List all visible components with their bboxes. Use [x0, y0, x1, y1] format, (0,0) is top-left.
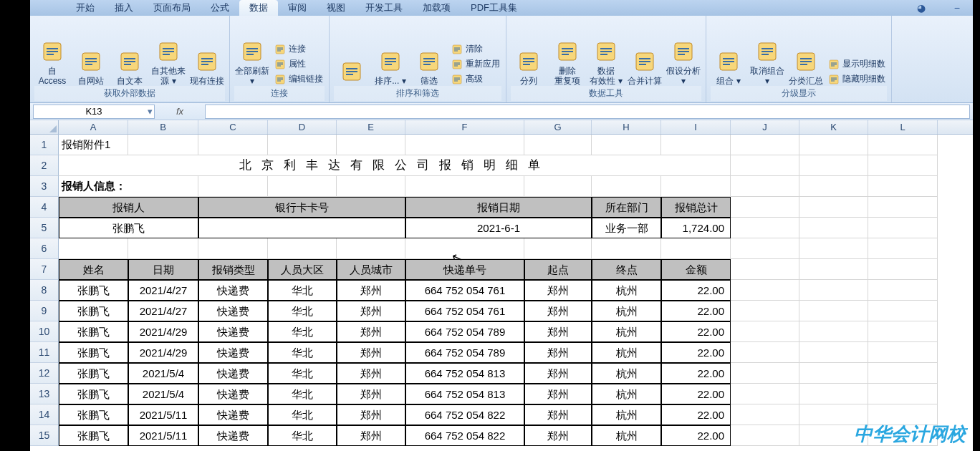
cell-L1[interactable] [868, 135, 938, 155]
row-header-1[interactable]: 1 [30, 135, 59, 155]
cell-E11[interactable]: 郑州 [337, 342, 405, 363]
cell-H15[interactable]: 杭州 [592, 425, 661, 446]
header-银行卡卡号[interactable]: 银行卡卡号 [198, 197, 405, 218]
cell-I13[interactable]: 22.00 [661, 384, 731, 404]
cell-F6[interactable] [405, 238, 524, 259]
cell-F10[interactable]: 664 752 054 789 [405, 321, 524, 342]
cell-E14[interactable]: 郑州 [337, 404, 405, 425]
from-web-button[interactable]: 自网站 [73, 50, 109, 86]
cell-D14[interactable]: 华北 [268, 404, 337, 425]
tab-插入[interactable]: 插入 [105, 0, 143, 16]
cell-G11[interactable]: 郑州 [524, 342, 592, 363]
tab-开始[interactable]: 开始 [66, 0, 105, 16]
cell-L7[interactable] [868, 259, 938, 280]
sort-az-button[interactable] [334, 60, 370, 86]
cell-K7[interactable] [799, 259, 868, 280]
cell-A7[interactable]: 姓名 [59, 259, 128, 280]
cell-A13[interactable]: 张鹏飞 [59, 384, 128, 404]
fx-icon[interactable]: fx [169, 106, 191, 117]
cell-L12[interactable] [868, 363, 938, 384]
cell-K13[interactable] [799, 384, 868, 404]
minimize-ribbon-icon[interactable]: − [954, 2, 960, 14]
cell-J2[interactable] [731, 155, 799, 176]
properties-button[interactable]: 属性 [273, 57, 325, 71]
sort-button[interactable]: 排序... ▾ [373, 50, 408, 86]
ungroup-button[interactable]: 取消组合 ▾ [749, 40, 785, 86]
row-header-3[interactable]: 3 [30, 176, 59, 197]
col-header-J[interactable]: J [731, 120, 799, 134]
cell-E15[interactable]: 郑州 [337, 425, 405, 446]
cell-B12[interactable]: 2021/5/4 [128, 363, 198, 384]
row-header-10[interactable]: 10 [30, 321, 59, 342]
data-valid-button[interactable]: 数据有效性 ▾ [588, 40, 624, 86]
refresh-all-button[interactable]: 全部刷新 ▾ [234, 40, 270, 86]
cell-D12[interactable]: 华北 [268, 363, 337, 384]
cell-L5[interactable] [868, 218, 938, 238]
cell-J10[interactable] [731, 321, 799, 342]
hide-detail-button[interactable]: 隐藏明细数 [827, 72, 887, 86]
value-row5-1[interactable] [198, 218, 405, 238]
cell-C11[interactable]: 快递费 [198, 342, 268, 363]
from-other-button[interactable]: 自其他来源 ▾ [150, 40, 186, 86]
whatif-button[interactable]: 假设分析 ▾ [666, 40, 701, 86]
cell-H6[interactable] [592, 238, 661, 259]
cell-D3[interactable] [268, 176, 337, 197]
cell-C1[interactable] [198, 135, 268, 155]
cell-K9[interactable] [799, 301, 868, 321]
formula-bar[interactable] [205, 105, 970, 119]
tab-PDF工具集[interactable]: PDF工具集 [461, 0, 527, 16]
header-所在部门[interactable]: 所在部门 [592, 197, 661, 218]
col-header-A[interactable]: A [59, 120, 128, 134]
cell-B13[interactable]: 2021/5/4 [128, 384, 198, 404]
cell-H3[interactable] [592, 176, 661, 197]
tab-公式[interactable]: 公式 [201, 0, 239, 16]
cell-B14[interactable]: 2021/5/11 [128, 404, 198, 425]
cell-L9[interactable] [868, 301, 938, 321]
cell-L8[interactable] [868, 280, 938, 301]
cell-I7[interactable]: 金额 [661, 259, 731, 280]
cell-G3[interactable] [524, 176, 592, 197]
cell-H10[interactable]: 杭州 [592, 321, 661, 342]
cell-K11[interactable] [799, 342, 868, 363]
cell-D6[interactable] [268, 238, 337, 259]
cell-J1[interactable] [731, 135, 799, 155]
cell-G7[interactable]: 起点 [524, 259, 592, 280]
cell-A8[interactable]: 张鹏飞 [59, 280, 128, 301]
cell-E8[interactable]: 郑州 [337, 280, 405, 301]
value-row5-4[interactable]: 1,724.00 [661, 218, 731, 238]
cell-B10[interactable]: 2021/4/29 [128, 321, 198, 342]
cell-A2[interactable]: 北京利丰达有限公司报销明细单 [59, 155, 731, 176]
cell-K1[interactable] [799, 135, 868, 155]
row-header-15[interactable]: 15 [30, 425, 59, 446]
cell-L3[interactable] [868, 176, 938, 197]
cell-C12[interactable]: 快递费 [198, 363, 268, 384]
cell-D1[interactable] [268, 135, 337, 155]
header-报销人[interactable]: 报销人 [59, 197, 198, 218]
cell-F1[interactable] [405, 135, 524, 155]
row-header-9[interactable]: 9 [30, 301, 59, 321]
cell-J8[interactable] [731, 280, 799, 301]
cell-E6[interactable] [337, 238, 405, 259]
cell-E12[interactable]: 郑州 [337, 363, 405, 384]
cell-A12[interactable]: 张鹏飞 [59, 363, 128, 384]
value-row5-0[interactable]: 张鹏飞 [59, 218, 198, 238]
value-row5-2[interactable]: 2021-6-1 [405, 218, 592, 238]
cell-F9[interactable]: 664 752 054 761 [405, 301, 524, 321]
cell-J3[interactable] [731, 176, 799, 197]
select-all-corner[interactable] [30, 120, 59, 134]
col-header-B[interactable]: B [128, 120, 198, 134]
cell-H12[interactable]: 杭州 [592, 363, 661, 384]
cell-G12[interactable]: 郑州 [524, 363, 592, 384]
show-detail-button[interactable]: 显示明细数 [827, 57, 887, 71]
cell-D15[interactable]: 华北 [268, 425, 337, 446]
cell-F8[interactable]: 664 752 054 761 [405, 280, 524, 301]
cell-A11[interactable]: 张鹏飞 [59, 342, 128, 363]
row-header-14[interactable]: 14 [30, 404, 59, 425]
from-text-button[interactable]: 自文本 [112, 50, 148, 86]
cell-J5[interactable] [731, 218, 799, 238]
cell-D13[interactable]: 华北 [268, 384, 337, 404]
col-header-L[interactable]: L [868, 120, 938, 134]
tab-加载项[interactable]: 加载项 [413, 0, 461, 16]
cell-H8[interactable]: 杭州 [592, 280, 661, 301]
col-header-H[interactable]: H [592, 120, 661, 134]
